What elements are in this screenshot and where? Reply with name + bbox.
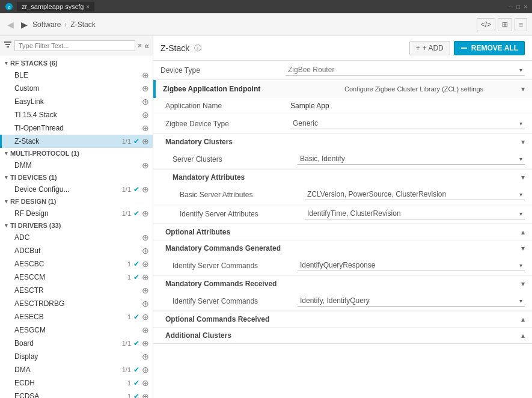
identify-server-attrs-dropdown[interactable]: IdentifyTime, ClusterRevision ▾ bbox=[305, 208, 525, 219]
remove-all-btn[interactable]: REMOVE ALL bbox=[454, 41, 525, 55]
tree-item-display[interactable]: Display ⊕ bbox=[0, 350, 153, 363]
zigbee-device-type-label: Zigbee Device Type bbox=[165, 120, 286, 128]
tree-section-multi-protocol: ▾ MULTI-PROTOCOL (1) DMM ⊕ bbox=[0, 148, 153, 172]
tree-item-ecdh[interactable]: ECDH 1 ✔ ⊕ bbox=[0, 376, 153, 390]
easylink-add-icon[interactable]: ⊕ bbox=[142, 97, 149, 106]
add-btn[interactable]: + + ADD bbox=[409, 41, 450, 55]
ecdsa-label: ECDSA bbox=[14, 392, 125, 398]
code-view-btn[interactable]: </> bbox=[477, 18, 495, 31]
breadcrumb-software-label[interactable]: Software bbox=[32, 20, 61, 29]
aesctr-add-icon[interactable]: ⊕ bbox=[142, 286, 149, 295]
tree-item-ecdsa[interactable]: ECDSA 1 ✔ ⊕ bbox=[0, 390, 153, 398]
sub-accordion-header-mandatory-commands-received[interactable]: Mandatory Commands Received ▾ bbox=[153, 275, 532, 292]
accordion-header-endpoint[interactable]: Zigbee Application Endpoint Configure Zi… bbox=[153, 80, 532, 98]
tree-item-rf-design[interactable]: RF Design 1/1 ✔ ⊕ bbox=[0, 207, 153, 220]
tree-section-header-rf-stacks[interactable]: ▾ RF STACKS (6) bbox=[0, 58, 153, 69]
info-icon[interactable]: ⓘ bbox=[194, 43, 201, 54]
device-type-dropdown[interactable]: ZigBee Router ▾ bbox=[286, 64, 525, 76]
tree-item-ti154[interactable]: TI 15.4 Stack ⊕ bbox=[0, 108, 153, 121]
identify-server-cmds-received-value: Identify, IdentifyQuery bbox=[300, 296, 370, 305]
breadcrumb-zstack[interactable]: Z-Stack bbox=[70, 20, 95, 29]
sub-accordion-header-mandatory-clusters[interactable]: Mandatory Clusters ▾ bbox=[153, 133, 532, 150]
sub-accordion-header-mandatory-commands-generated[interactable]: Mandatory Commands Generated ▾ bbox=[153, 240, 532, 256]
zigbee-device-type-dropdown[interactable]: Generic ▾ bbox=[290, 118, 525, 129]
adc-add-icon[interactable]: ⊕ bbox=[142, 233, 149, 242]
adcbuf-add-icon[interactable]: ⊕ bbox=[142, 246, 149, 256]
more-btn[interactable]: ≡ bbox=[515, 18, 527, 31]
aescbc-add-icon[interactable]: ⊕ bbox=[142, 259, 149, 269]
zstack-add-icon[interactable]: ⊕ bbox=[142, 136, 149, 146]
collapse-sidebar-btn[interactable]: « bbox=[144, 41, 149, 51]
app-name-row: Application Name Sample App bbox=[153, 98, 532, 114]
dma-add-icon[interactable]: ⊕ bbox=[142, 365, 149, 375]
rf-stacks-items: BLE ⊕ Custom ⊕ EasyLink ⊕ TI 15.4 Stac bbox=[0, 69, 153, 148]
tree-item-aesctr[interactable]: AESCTR ⊕ bbox=[0, 284, 153, 297]
aesecb-add-icon[interactable]: ⊕ bbox=[142, 312, 149, 322]
tree-item-aescbc[interactable]: AESCBC 1 ✔ ⊕ bbox=[0, 257, 153, 271]
tree-item-board[interactable]: Board 1/1 ✔ ⊕ bbox=[0, 337, 153, 350]
tree-section-header-ti-drivers[interactable]: ▾ TI DRIVERS (33) bbox=[0, 220, 153, 231]
sub-accordion-header-optional-commands-received[interactable]: Optional Commands Received ▴ bbox=[153, 311, 532, 327]
minimize-btn[interactable]: ─ bbox=[509, 4, 513, 10]
ecdsa-add-icon[interactable]: ⊕ bbox=[142, 391, 149, 398]
tree-section-header-ti-devices[interactable]: ▾ TI DEVICES (1) bbox=[0, 172, 153, 183]
aesccm-count: 1 bbox=[127, 274, 131, 281]
tree-item-aesctrdrbg[interactable]: AESCTRDRBG ⊕ bbox=[0, 297, 153, 310]
mandatory-commands-generated-content: Identify Server Commands IdentifyQueryRe… bbox=[153, 256, 532, 275]
aesccm-label: AESCCM bbox=[14, 273, 125, 281]
tree-item-device-config[interactable]: Device Configu... 1/1 ✔ ⊕ bbox=[0, 183, 153, 196]
title-tab[interactable]: zr_sampleapp.syscfg × bbox=[17, 2, 94, 11]
back-btn[interactable]: ◀ bbox=[5, 19, 16, 31]
tree-item-dma[interactable]: DMA 1/1 ✔ ⊕ bbox=[0, 363, 153, 376]
tree-item-ble[interactable]: BLE ⊕ bbox=[0, 69, 153, 82]
tree-item-adcbuf[interactable]: ADCBuf ⊕ bbox=[0, 244, 153, 257]
tree-section-ti-drivers: ▾ TI DRIVERS (33) ADC ⊕ ADCBuf ⊕ bbox=[0, 220, 153, 398]
clear-filter-btn[interactable]: × bbox=[138, 41, 142, 50]
basic-server-attrs-dropdown[interactable]: ZCLVersion, PowerSource, ClusterRevision… bbox=[305, 189, 525, 200]
aesccm-add-icon[interactable]: ⊕ bbox=[142, 272, 149, 282]
filter-input[interactable] bbox=[14, 40, 135, 51]
tree-item-tiopenthread[interactable]: TI-OpenThread ⊕ bbox=[0, 121, 153, 135]
tree-item-zstack[interactable]: Z-Stack 1/1 ✔ ⊕ bbox=[0, 135, 153, 148]
sub-accordion-header-additional-clusters[interactable]: Additional Clusters ▴ bbox=[153, 327, 532, 343]
ti-drivers-items: ADC ⊕ ADCBuf ⊕ AESCBC 1 ✔ ⊕ bbox=[0, 231, 153, 398]
tree-item-aesccm[interactable]: AESCCM 1 ✔ ⊕ bbox=[0, 271, 153, 284]
maximize-btn[interactable]: □ bbox=[516, 4, 520, 10]
sub-accordion-header-mandatory-attributes[interactable]: Mandatory Attributes ▾ bbox=[153, 169, 532, 185]
sub-accordion-header-optional-attributes[interactable]: Optional Attributes ▴ bbox=[153, 224, 532, 240]
tiopenthread-add-icon[interactable]: ⊕ bbox=[142, 123, 149, 133]
ble-add-icon[interactable]: ⊕ bbox=[142, 70, 149, 80]
tree-item-aesecb[interactable]: AESECB 1 ✔ ⊕ bbox=[0, 310, 153, 323]
tab-close-icon[interactable]: × bbox=[86, 4, 90, 10]
device-config-add-icon[interactable]: ⊕ bbox=[142, 185, 149, 194]
display-add-icon[interactable]: ⊕ bbox=[142, 352, 149, 361]
dmm-add-icon[interactable]: ⊕ bbox=[142, 161, 149, 170]
identify-server-cmds-received-dropdown[interactable]: Identify, IdentifyQuery ▾ bbox=[298, 295, 525, 307]
identify-server-cmds-generated-dropdown[interactable]: IdentifyQueryResponse ▾ bbox=[298, 260, 525, 271]
board-label: Board bbox=[14, 339, 120, 347]
server-clusters-dropdown[interactable]: Basic, Identify ▾ bbox=[298, 153, 525, 165]
close-btn[interactable]: × bbox=[524, 4, 527, 10]
forward-btn[interactable]: ▶ bbox=[19, 19, 30, 31]
tree-item-adc[interactable]: ADC ⊕ bbox=[0, 231, 153, 244]
custom-add-icon[interactable]: ⊕ bbox=[142, 84, 149, 93]
server-clusters-arrow-icon: ▾ bbox=[519, 156, 522, 162]
svg-text:Z: Z bbox=[8, 5, 11, 10]
sidebar-filter-icon-btn[interactable] bbox=[4, 40, 12, 51]
tree-section-header-rf-design[interactable]: ▾ RF DESIGN (1) bbox=[0, 196, 153, 207]
tree-item-aesgcm[interactable]: AESGCM ⊕ bbox=[0, 323, 153, 337]
tree-section-header-multi-protocol[interactable]: ▾ MULTI-PROTOCOL (1) bbox=[0, 148, 153, 159]
tree-item-easylink[interactable]: EasyLink ⊕ bbox=[0, 95, 153, 108]
ti154-add-icon[interactable]: ⊕ bbox=[142, 110, 149, 120]
aesgcm-add-icon[interactable]: ⊕ bbox=[142, 325, 149, 335]
dma-label: DMA bbox=[14, 366, 120, 374]
rf-design-add-icon[interactable]: ⊕ bbox=[142, 209, 149, 218]
tree-item-custom[interactable]: Custom ⊕ bbox=[0, 82, 153, 95]
ecdh-add-icon[interactable]: ⊕ bbox=[142, 378, 149, 388]
grid-view-btn[interactable]: ⊞ bbox=[498, 18, 512, 31]
zstack-label: Z-Stack bbox=[14, 137, 120, 145]
aescbc-label: AESCBC bbox=[14, 260, 125, 268]
aesctrdrbg-add-icon[interactable]: ⊕ bbox=[142, 299, 149, 308]
tree-item-dmm[interactable]: DMM ⊕ bbox=[0, 159, 153, 172]
board-add-icon[interactable]: ⊕ bbox=[142, 338, 149, 348]
